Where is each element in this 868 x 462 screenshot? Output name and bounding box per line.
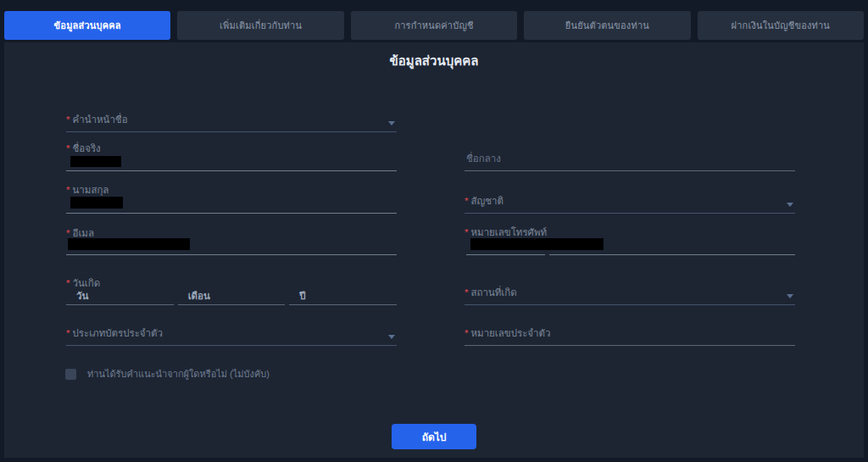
required-marker: * (66, 185, 70, 195)
tab-deposit-funds[interactable]: ฝากเงินในบัญชีของท่าน (698, 11, 864, 40)
required-marker: * (66, 143, 70, 153)
step-tab-bar: ข้อมูลส่วนบุคคล เพิ่มเติมเกี่ยวกับท่าน ก… (4, 11, 864, 40)
advisor-checkbox-label: ท่านได้รับคำแนะนำจากผู้ใดหรือไม่ (ไม่บัง… (87, 366, 270, 381)
tab-identity-verification[interactable]: ยืนยันตัวตนของท่าน (524, 11, 690, 40)
phone-field[interactable]: * หมายเลขโทรศัพท์ (465, 225, 795, 255)
middle-name-placeholder: ชื่อกลาง (466, 151, 501, 166)
next-button[interactable]: ถัดไป (392, 424, 476, 449)
title-prefix-select[interactable]: * คำนำหน้าชื่อ (66, 114, 397, 132)
tab-more-about-you[interactable]: เพิ่มเติมเกี่ยวกับท่าน (177, 11, 343, 40)
tab-account-configuration[interactable]: การกำหนดค่าบัญชี (351, 11, 517, 40)
advisor-checkbox-row: ท่านได้รับคำแนะนำจากผู้ใดหรือไม่ (ไม่บัง… (65, 366, 270, 381)
nationality-label: * สัญชาติ (465, 193, 504, 209)
chevron-down-icon (787, 203, 793, 207)
registration-page: ข้อมูลส่วนบุคคล เพิ่มเติมเกี่ยวกับท่าน ก… (0, 0, 868, 462)
first-name-label: * ชื่อจริง (66, 141, 101, 156)
required-marker: * (66, 114, 70, 125)
title-prefix-label: * คำนำหน้าชื่อ (66, 112, 128, 127)
required-marker: * (66, 228, 70, 238)
required-marker: * (465, 227, 468, 237)
required-marker: * (465, 287, 468, 298)
nationality-select[interactable]: * สัญชาติ (465, 195, 795, 214)
first-name-input[interactable]: * ชื่อจริง (66, 141, 397, 171)
birth-date-group: * วันเกิด วัน เดือน ปี (66, 276, 397, 305)
last-name-label: * นามสกุล (66, 182, 108, 198)
required-marker: * (66, 278, 70, 288)
birth-place-label: * สถานที่เกิด (465, 285, 517, 300)
id-number-label: * หมายเลขประจำตัว (465, 326, 550, 341)
middle-name-input[interactable]: ชื่อกลาง (465, 141, 795, 171)
email-input[interactable]: * อีเมล (66, 225, 397, 255)
page-title: ข้อมูลส่วนบุคคล (4, 51, 864, 71)
personal-info-panel: ข้อมูลส่วนบุคคล * คำนำหน้าชื่อ * ชื่อจริ… (4, 42, 864, 458)
chevron-down-icon (388, 121, 395, 125)
birth-year-input[interactable]: ปี (289, 288, 397, 305)
redacted-value-box (470, 238, 604, 250)
id-type-label: * ประเภทบัตรประจำตัว (66, 326, 163, 341)
redacted-value-box (70, 197, 123, 209)
birth-place-select[interactable]: * สถานที่เกิด (465, 287, 795, 305)
required-marker: * (465, 196, 468, 206)
redacted-value-box (68, 238, 190, 250)
phone-number-field[interactable] (549, 254, 795, 255)
id-type-select[interactable]: * ประเภทบัตรประจำตัว (66, 327, 397, 346)
birth-day-input[interactable]: วัน (66, 288, 174, 305)
advisor-checkbox[interactable] (65, 369, 76, 380)
phone-country-code-field[interactable] (466, 254, 545, 255)
last-name-input[interactable]: * นามสกุล (66, 181, 397, 214)
id-number-input[interactable]: * หมายเลขประจำตัว (465, 327, 795, 346)
tab-personal-info[interactable]: ข้อมูลส่วนบุคคล (4, 11, 170, 40)
chevron-down-icon (787, 294, 793, 298)
required-marker: * (465, 328, 468, 338)
birth-month-input[interactable]: เดือน (178, 288, 286, 305)
required-marker: * (66, 328, 70, 338)
chevron-down-icon (388, 335, 395, 339)
redacted-value-box (70, 156, 121, 167)
